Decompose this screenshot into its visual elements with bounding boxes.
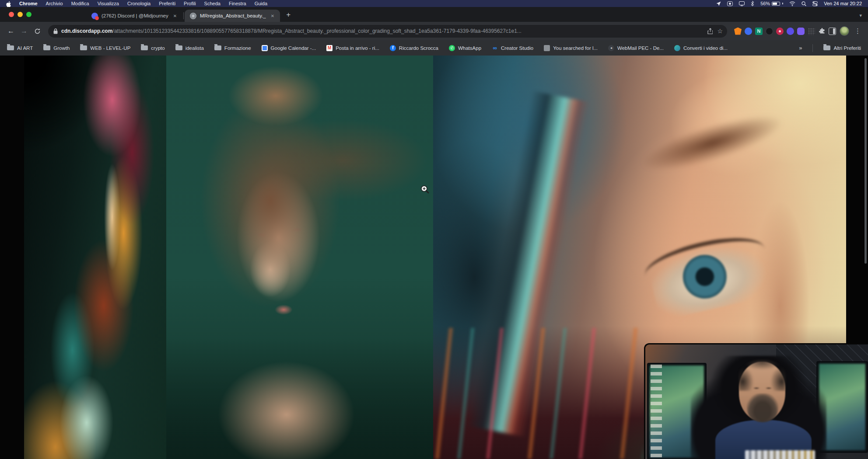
- apple-menu-icon[interactable]: [6, 1, 11, 6]
- webcam-overlay: [644, 343, 868, 459]
- grey-doc-icon: [544, 45, 550, 51]
- wifi-icon[interactable]: [789, 1, 795, 6]
- blue-extension-icon[interactable]: [745, 28, 752, 35]
- tab-discord[interactable]: (2762) Discord | @Midjourney ✕: [86, 10, 182, 22]
- screen-recording-icon[interactable]: [727, 1, 733, 6]
- tab-image-active[interactable]: MRregista_Abstract_beauty._ ✕: [185, 10, 280, 22]
- bookmark-gmail-inbox[interactable]: Posta in arrivo - ri...: [326, 45, 379, 51]
- presenter-eyes: [750, 386, 775, 390]
- whatsapp-icon: [449, 45, 455, 51]
- bookmark-label: crypto: [151, 45, 164, 51]
- menubar-clock[interactable]: Ven 24 mar 20:22: [824, 1, 862, 6]
- page-scrollbar[interactable]: [864, 58, 867, 264]
- minimize-window-button[interactable]: [18, 12, 23, 17]
- bookmark-crypto[interactable]: crypto: [141, 45, 164, 51]
- bookmark-label: idealista: [186, 45, 204, 51]
- new-tab-button[interactable]: +: [283, 9, 294, 21]
- bluetooth-icon[interactable]: [751, 1, 754, 6]
- menubar-item-cronologia[interactable]: Cronologia: [127, 1, 150, 6]
- close-window-button[interactable]: [9, 12, 14, 17]
- chrome-menu-icon[interactable]: ⋮: [851, 27, 863, 35]
- bookmark-formazione[interactable]: Formazione: [214, 45, 251, 51]
- bookmark-label: Riccardo Scrocca: [399, 45, 438, 51]
- profile-avatar[interactable]: [840, 26, 849, 36]
- tab-title: (2762) Discord | @Midjourney: [102, 13, 168, 18]
- bookmark-google-calendar[interactable]: Google Calendar -...: [262, 45, 316, 51]
- grid-extension-icon[interactable]: [808, 28, 815, 35]
- menubar-item-modifica[interactable]: Modifica: [71, 1, 89, 6]
- metamask-extension-icon[interactable]: [734, 28, 742, 35]
- bookmark-label: Altri Preferiti: [833, 45, 861, 51]
- url-path: /attachments/1013512335442333816/1088905…: [112, 28, 522, 34]
- extensions-row: [734, 28, 836, 35]
- bookmarks-divider: [812, 44, 813, 52]
- reload-button[interactable]: [32, 25, 43, 37]
- channel-watermark: [745, 450, 815, 459]
- forward-button[interactable]: →: [18, 25, 30, 37]
- control-center-icon[interactable]: [812, 1, 818, 6]
- menubar-item-guida[interactable]: Guida: [255, 1, 267, 6]
- eyebrow-shape: [636, 104, 789, 181]
- url-host: cdn.discordapp.com: [61, 28, 112, 34]
- close-tab-icon[interactable]: ✕: [172, 13, 178, 19]
- spotlight-search-icon[interactable]: [802, 1, 806, 6]
- bookmark-label: Growth: [53, 45, 70, 51]
- extensions-puzzle-icon[interactable]: [818, 28, 826, 35]
- bookmark-webmail-pec[interactable]: WebMail PEC - De...: [608, 45, 664, 51]
- purple-extension-icon[interactable]: [787, 28, 794, 35]
- red-extension-icon[interactable]: [776, 28, 784, 35]
- menubar-item-archivio[interactable]: Archivio: [46, 1, 63, 6]
- menubar-item-scheda[interactable]: Scheda: [204, 1, 220, 6]
- zoom-in-cursor: [420, 185, 429, 194]
- facebook-icon: [390, 45, 396, 51]
- green-n-extension-icon[interactable]: [755, 28, 763, 35]
- bookmark-label: Creator Studio: [501, 45, 533, 51]
- bookmark-label: You searched for l...: [553, 45, 598, 51]
- location-services-icon[interactable]: [716, 1, 721, 6]
- bookmark-whatsapp[interactable]: WhatsApp: [449, 45, 481, 51]
- bookmark-creator-studio[interactable]: Creator Studio: [492, 45, 533, 51]
- bookmark-idealista[interactable]: idealista: [175, 45, 204, 51]
- bookmark-web-level-up[interactable]: WEB - LEVEL-UP: [80, 45, 130, 51]
- zoom-window-button[interactable]: [26, 12, 32, 17]
- artwork-panel-portrait: [166, 56, 433, 459]
- other-bookmarks-folder[interactable]: Altri Preferiti: [823, 45, 861, 51]
- bookmark-growth[interactable]: Growth: [43, 45, 70, 51]
- video-converter-icon: [674, 45, 680, 51]
- violet-extension-icon[interactable]: [797, 28, 805, 35]
- globe-favicon: [190, 13, 196, 19]
- presenter-beard: [747, 393, 778, 422]
- menubar-item-visualizza[interactable]: Visualizza: [98, 1, 119, 6]
- bookmark-star-icon[interactable]: ☆: [717, 28, 723, 35]
- battery-indicator[interactable]: 56%: [760, 1, 783, 6]
- bookmark-facebook-profile[interactable]: Riccardo Scrocca: [390, 45, 438, 51]
- bookmark-label: WebMail PEC - De...: [617, 45, 664, 51]
- window-controls: [9, 12, 32, 17]
- folder-icon: [80, 45, 87, 50]
- back-button[interactable]: ←: [5, 25, 17, 37]
- bookmark-label: WhatsApp: [458, 45, 481, 51]
- tab-search-chevron-icon[interactable]: ▾: [859, 13, 862, 18]
- bookmark-ai-art[interactable]: AI ART: [7, 45, 33, 51]
- padlock-icon[interactable]: [53, 28, 58, 34]
- folder-icon: [175, 45, 182, 50]
- dark-circle-extension-icon[interactable]: [766, 28, 773, 35]
- menubar-item-profili[interactable]: Profili: [184, 1, 196, 6]
- bookmark-converti-video[interactable]: Converti i video di...: [674, 45, 728, 51]
- google-calendar-icon: [262, 45, 268, 51]
- share-icon[interactable]: [707, 28, 713, 34]
- meta-icon: [492, 45, 498, 51]
- close-tab-icon[interactable]: ✕: [270, 13, 276, 19]
- side-panel-icon[interactable]: [829, 28, 836, 35]
- menubar-item-preferiti[interactable]: Preferiti: [159, 1, 175, 6]
- folder-icon: [7, 45, 14, 50]
- bookmark-label: WEB - LEVEL-UP: [90, 45, 130, 51]
- battery-percent-label: 56%: [760, 1, 770, 6]
- menubar-item-finestra[interactable]: Finestra: [229, 1, 246, 6]
- address-bar[interactable]: cdn.discordapp.com/attachments/101351233…: [48, 25, 727, 38]
- display-mirroring-icon[interactable]: [739, 1, 745, 6]
- folder-icon: [141, 45, 148, 50]
- bookmark-you-searched[interactable]: You searched for l...: [544, 45, 598, 51]
- bookmarks-overflow-chevron[interactable]: »: [799, 45, 802, 51]
- menubar-app-name[interactable]: Chrome: [19, 1, 38, 6]
